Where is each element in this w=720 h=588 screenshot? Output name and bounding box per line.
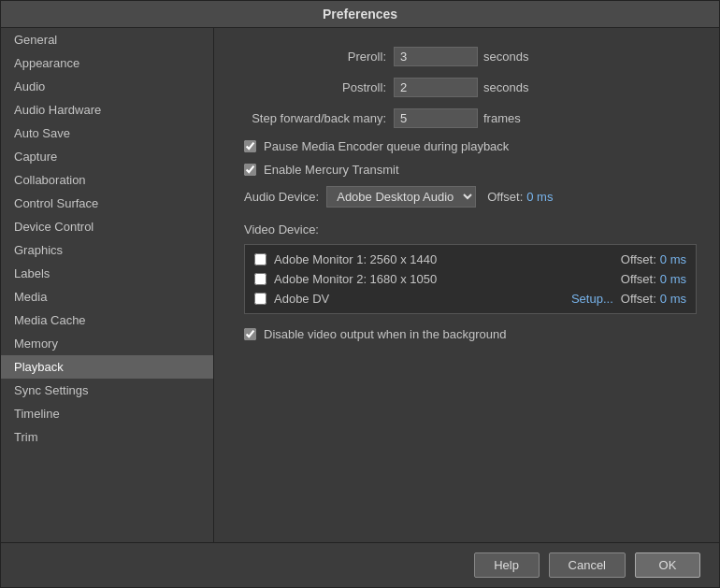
sidebar-item-capture[interactable]: Capture <box>1 145 213 168</box>
sidebar-item-control-surface[interactable]: Control Surface <box>1 192 213 215</box>
sidebar-item-memory[interactable]: Memory <box>1 332 213 355</box>
video-device-name: Adobe Monitor 1: 2560 x 1440 <box>274 252 621 266</box>
dialog-footer: Help Cancel OK <box>1 542 719 587</box>
dialog-body: GeneralAppearanceAudioAudio HardwareAuto… <box>1 28 719 542</box>
video-device-item: Adobe Monitor 1: 2560 x 1440Offset:0 ms <box>254 252 686 266</box>
sidebar-item-appearance[interactable]: Appearance <box>1 51 213 75</box>
video-offset-value: 0 ms <box>660 252 686 266</box>
audio-offset-value: 0 ms <box>526 190 553 204</box>
mercury-transmit-checkbox[interactable] <box>244 164 256 176</box>
pause-encoder-row: Pause Media Encoder queue during playbac… <box>237 139 697 153</box>
disable-output-label: Disable video output when in the backgro… <box>264 327 506 341</box>
video-offset-value: 0 ms <box>660 292 686 306</box>
sidebar-item-general[interactable]: General <box>1 28 213 51</box>
step-label: Step forward/back many: <box>237 111 386 125</box>
sidebar-item-collaboration[interactable]: Collaboration <box>1 168 213 192</box>
cancel-button[interactable]: Cancel <box>549 552 626 578</box>
video-device-checkbox-1[interactable] <box>254 273 266 285</box>
preroll-unit: seconds <box>483 50 528 64</box>
dialog-title: Preferences <box>1 1 719 28</box>
preroll-row: Preroll: seconds <box>237 47 697 66</box>
postroll-label: Postroll: <box>237 80 386 94</box>
audio-device-label: Audio Device: <box>244 190 319 204</box>
video-device-item: Adobe DVSetup...Offset:0 ms <box>254 292 686 306</box>
mercury-transmit-label: Enable Mercury Transmit <box>264 163 399 177</box>
main-content: Preroll: seconds Postroll: seconds Step … <box>214 28 719 542</box>
sidebar-item-graphics[interactable]: Graphics <box>1 238 213 262</box>
preferences-dialog: Preferences GeneralAppearanceAudioAudio … <box>0 0 720 588</box>
mercury-transmit-row: Enable Mercury Transmit <box>237 163 697 177</box>
sidebar-item-audio-hardware[interactable]: Audio Hardware <box>1 98 213 122</box>
preroll-input[interactable] <box>394 47 478 66</box>
disable-output-checkbox[interactable] <box>244 328 256 340</box>
step-unit: frames <box>483 111 521 125</box>
pause-encoder-checkbox[interactable] <box>244 140 256 152</box>
step-row: Step forward/back many: frames <box>237 108 697 128</box>
sidebar-item-audio[interactable]: Audio <box>1 75 213 98</box>
video-device-setup-link[interactable]: Setup... <box>571 292 613 306</box>
video-device-checkbox-2[interactable] <box>254 293 266 305</box>
video-device-name: Adobe DV <box>274 292 571 306</box>
audio-device-row: Audio Device: Adobe Desktop Audio Offset… <box>237 186 697 208</box>
sidebar-item-device-control[interactable]: Device Control <box>1 215 213 238</box>
video-offset-label: Offset: <box>621 252 656 266</box>
help-button[interactable]: Help <box>474 552 540 578</box>
sidebar-item-timeline[interactable]: Timeline <box>1 402 213 425</box>
disable-output-row: Disable video output when in the backgro… <box>237 327 697 341</box>
video-device-checkbox-0[interactable] <box>254 253 266 265</box>
audio-device-select[interactable]: Adobe Desktop Audio <box>326 186 476 208</box>
pause-encoder-label: Pause Media Encoder queue during playbac… <box>264 139 509 153</box>
video-device-section: Video Device: Adobe Monitor 1: 2560 x 14… <box>237 222 697 314</box>
ok-button[interactable]: OK <box>635 552 700 578</box>
preroll-label: Preroll: <box>237 50 386 64</box>
sidebar-item-trim[interactable]: Trim <box>1 425 213 449</box>
video-offset-label: Offset: <box>621 272 656 286</box>
video-offset-label: Offset: <box>621 292 656 306</box>
video-offset-value: 0 ms <box>660 272 686 286</box>
video-device-name: Adobe Monitor 2: 1680 x 1050 <box>274 272 621 286</box>
postroll-input[interactable] <box>394 78 478 97</box>
sidebar: GeneralAppearanceAudioAudio HardwareAuto… <box>1 28 214 542</box>
video-device-box: Adobe Monitor 1: 2560 x 1440Offset:0 msA… <box>244 244 697 314</box>
video-device-item: Adobe Monitor 2: 1680 x 1050Offset:0 ms <box>254 272 686 286</box>
sidebar-item-media[interactable]: Media <box>1 285 213 308</box>
sidebar-item-auto-save[interactable]: Auto Save <box>1 122 213 145</box>
sidebar-item-media-cache[interactable]: Media Cache <box>1 308 213 332</box>
sidebar-item-labels[interactable]: Labels <box>1 262 213 285</box>
postroll-row: Postroll: seconds <box>237 78 697 97</box>
video-device-title: Video Device: <box>244 222 697 237</box>
audio-offset-label: Offset: <box>487 190 523 204</box>
sidebar-item-sync-settings[interactable]: Sync Settings <box>1 379 213 402</box>
postroll-unit: seconds <box>483 80 528 94</box>
sidebar-item-playback[interactable]: Playback <box>1 355 213 379</box>
step-input[interactable] <box>394 108 478 128</box>
